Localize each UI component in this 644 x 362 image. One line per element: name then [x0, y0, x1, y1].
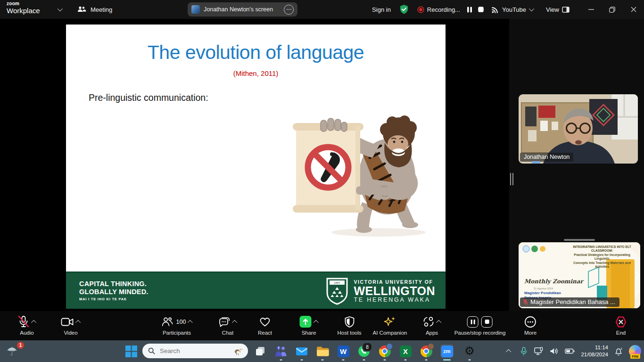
- tray-cast-display-icon[interactable]: [534, 340, 544, 362]
- livestream-menu[interactable]: YouTube: [487, 0, 537, 19]
- participants-icon: [161, 316, 173, 328]
- participant-video-jonathan[interactable]: Jonathan Newton: [519, 94, 638, 164]
- recording-indicator: Recording...: [413, 0, 464, 19]
- thumb-name-label: Magister Pendidikan Bahasa ...: [520, 297, 619, 307]
- mail-app-icon[interactable]: [295, 345, 308, 358]
- tray-expand-button[interactable]: [505, 340, 513, 362]
- restore-icon: [609, 7, 615, 13]
- camera-icon: [61, 317, 74, 327]
- apps-icon: [422, 316, 435, 328]
- apps-button[interactable]: Apps: [422, 314, 441, 336]
- react-button[interactable]: React: [258, 314, 272, 336]
- pause-recording-button[interactable]: [464, 0, 475, 19]
- apps-label: Apps: [426, 330, 438, 336]
- excel-icon: X: [400, 346, 412, 357]
- share-button[interactable]: Share: [299, 314, 319, 336]
- tray-volume-icon[interactable]: [550, 340, 559, 362]
- shared-screen-thumbnail-icon: [191, 5, 200, 14]
- end-meeting-icon: [614, 316, 627, 328]
- next-videos-button[interactable]: [632, 269, 640, 282]
- clock-date[interactable]: 11:14 21/08/2024: [581, 340, 608, 362]
- maximize-button[interactable]: [602, 0, 623, 19]
- end-label: End: [616, 330, 626, 336]
- panel-resize-handle[interactable]: [510, 173, 513, 185]
- view-button[interactable]: View: [542, 0, 574, 19]
- shared-screen-options-icon[interactable]: [284, 5, 294, 15]
- pause-stop-recording-button[interactable]: Pause/stop recording: [454, 314, 506, 336]
- slide-title: The evolution of language: [66, 41, 446, 64]
- whatsapp-app-icon[interactable]: 8: [357, 345, 371, 358]
- stop-recording-button[interactable]: [475, 0, 487, 19]
- audio-button[interactable]: Audio: [17, 314, 36, 336]
- zoom-app-icon[interactable]: zm: [440, 345, 454, 358]
- shared-screen-pill[interactable]: Jonathan Newton's screen: [188, 2, 297, 16]
- chrome2-app-icon[interactable]: [420, 345, 433, 358]
- slide-footer: CAPITAL THINKING. GLOBALLY MINDED. MAI I…: [66, 272, 446, 309]
- start-button[interactable]: [124, 345, 138, 358]
- recording-dot-icon: [417, 6, 424, 13]
- meeting-toolbar: Audio Video 100: [0, 311, 644, 340]
- chrome2-profile-avatar: [428, 343, 434, 350]
- video-button[interactable]: Video: [61, 314, 81, 336]
- pause-stop-label: Pause/stop recording: [454, 330, 506, 336]
- video-options-chevron[interactable]: [75, 320, 81, 325]
- chrome-profile-avatar: [386, 343, 393, 350]
- meeting-tab-label: Meeting: [91, 6, 112, 13]
- tray-battery-icon[interactable]: [565, 340, 575, 362]
- mic-muted-icon: [523, 299, 528, 305]
- chat-button[interactable]: Chat: [218, 314, 237, 336]
- sign-in-button[interactable]: Sign in: [368, 0, 395, 19]
- video-bottom-artifact: [532, 161, 540, 164]
- chat-options-chevron[interactable]: [232, 320, 237, 325]
- uni-line2: WELLINGTON: [354, 285, 435, 297]
- share-label: Share: [302, 330, 316, 336]
- ai-companion-sparkle-icon: [383, 316, 396, 328]
- excel-app-icon[interactable]: X: [399, 345, 412, 358]
- shared-screen-label: Jonathan Newton's screen: [204, 6, 280, 13]
- tray-date: 21/08/2024: [581, 352, 608, 357]
- tagline-line2: GLOBALLY MINDED.: [79, 288, 149, 296]
- tab-meeting[interactable]: Meeting: [74, 0, 115, 19]
- weather-notification-badge: 1: [17, 342, 24, 349]
- broadcast-icon: [491, 6, 499, 14]
- uni-line3: TE HERENGA WAKA: [354, 297, 435, 303]
- search-input[interactable]: [159, 347, 229, 355]
- end-button[interactable]: End: [614, 314, 627, 336]
- participants-count: 100: [176, 319, 186, 325]
- weather-widget[interactable]: ☂ 1: [7, 343, 25, 360]
- chrome-app-icon[interactable]: [378, 345, 391, 358]
- taskbar-search[interactable]: [142, 344, 248, 358]
- video-panel: Jonathan Newton INTEGRATING LING: [509, 19, 644, 311]
- participant-video-magister[interactable]: INTEGRATING LINGUISTICS INTO ELT CLASSRO…: [519, 242, 640, 308]
- teams-app-icon[interactable]: T: [274, 345, 288, 358]
- settings-app-icon[interactable]: ⚙: [463, 345, 476, 358]
- copilot-button[interactable]: PRE: [629, 340, 641, 362]
- folder-icon: [316, 346, 329, 357]
- audio-options-chevron[interactable]: [31, 320, 36, 325]
- stop-recording-icon[interactable]: [481, 316, 493, 328]
- task-view-button[interactable]: [254, 345, 267, 358]
- poster-zoominar-label: Monthly Zoominar: [524, 278, 583, 285]
- security-shield-icon[interactable]: [395, 0, 413, 19]
- minimize-button[interactable]: [580, 0, 602, 19]
- tray-microphone-icon[interactable]: [520, 340, 528, 362]
- ai-companion-button[interactable]: AI Companion: [373, 314, 407, 336]
- workspace-chevron-down-icon[interactable]: [58, 6, 63, 11]
- filmstrip-scrollbar[interactable]: [564, 239, 595, 241]
- more-button[interactable]: More: [524, 314, 537, 336]
- notification-bell-icon[interactable]: z: [614, 340, 623, 362]
- file-explorer-icon[interactable]: [316, 345, 329, 358]
- umbrella-icon: ☂: [7, 345, 17, 358]
- share-options-chevron[interactable]: [313, 320, 318, 325]
- zoom-workplace-window: zoom Workplace Meeting Jonathan Newton's…: [0, 0, 644, 362]
- host-tools-button[interactable]: Host tools: [337, 314, 361, 336]
- close-button[interactable]: [623, 0, 644, 19]
- apps-options-chevron[interactable]: [436, 320, 441, 325]
- minimize-icon: [588, 7, 594, 12]
- participants-options-chevron[interactable]: [187, 320, 192, 325]
- word-icon: W: [338, 346, 349, 357]
- windows-taskbar: ☂ 1: [0, 340, 644, 362]
- participants-button[interactable]: 100 Participants: [161, 314, 193, 336]
- word-app-icon[interactable]: W: [337, 345, 350, 358]
- pause-recording-icon[interactable]: [467, 316, 479, 328]
